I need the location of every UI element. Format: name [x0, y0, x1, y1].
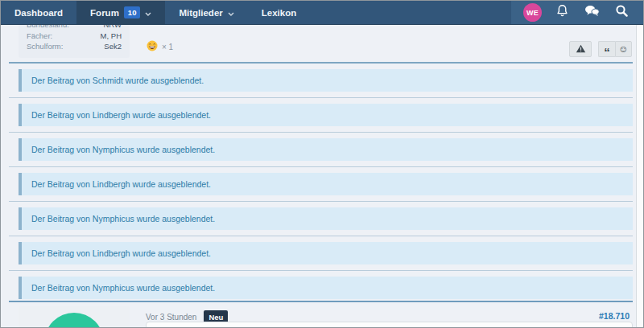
notifications-button[interactable] [547, 1, 577, 25]
post-separator [9, 62, 633, 64]
hidden-post-notice[interactable]: Der Beitrag von Nymphicus wurde ausgeble… [19, 207, 633, 230]
search-icon [615, 4, 629, 21]
hidden-post-text: Der Beitrag von Nymphicus wurde ausgeble… [31, 283, 215, 293]
profile-label: Fächer: [27, 31, 52, 42]
hidden-post-text: Der Beitrag von Lindbergh wurde ausgeble… [31, 179, 211, 189]
smiley-icon: ☺ [618, 43, 628, 55]
nav-item-label: Forum [90, 8, 119, 18]
forum-count-badge: 10 [124, 6, 141, 18]
search-button[interactable] [607, 1, 637, 25]
nav-item-dashboard[interactable]: Dashboard [1, 1, 76, 24]
reaction-count: × 1 [162, 43, 173, 51]
hidden-post-text: Der Beitrag von Nymphicus wurde ausgeble… [31, 214, 215, 223]
post-actions: “ ☺ [569, 41, 632, 57]
reaction-summary[interactable]: × 1 [147, 40, 173, 53]
user-avatar-green[interactable] [44, 313, 104, 327]
react-button[interactable]: ☺ [615, 41, 632, 57]
post-divider [9, 236, 633, 236]
post-separator [9, 301, 633, 302]
next-post-sidebar [19, 306, 130, 327]
post-divider [9, 270, 633, 271]
nav-item-label: Dashboard [14, 8, 63, 18]
nav-item-label: Lexikon [262, 8, 296, 18]
user-avatar[interactable]: WE [523, 3, 542, 22]
post-divider [9, 201, 633, 202]
hidden-post-notice[interactable]: Der Beitrag von Lindbergh wurde ausgeble… [19, 104, 633, 126]
profile-value: Sek2 [104, 41, 122, 52]
profile-row-schulform: Schulform: Sek2 [27, 41, 122, 52]
thread-content: Bundesland: NRW Fächer: M, PH Schulform:… [1, 25, 636, 327]
post-divider [9, 132, 633, 133]
next-post-message-box [146, 322, 633, 327]
post-number-link[interactable]: #18.710 [599, 311, 630, 321]
bell-icon [555, 4, 569, 21]
profile-value: M, PH [101, 31, 122, 42]
hidden-post-text: Der Beitrag von Lindbergh wurde ausgeble… [31, 110, 211, 120]
hidden-post-text: Der Beitrag von Nymphicus wurde ausgeble… [31, 145, 215, 154]
nav-item-mitglieder[interactable]: Mitglieder [165, 1, 247, 24]
chat-icon [584, 5, 600, 20]
profile-label: Schulform: [27, 41, 63, 52]
hidden-post-notice[interactable]: Der Beitrag von Lindbergh wurde ausgeble… [19, 242, 633, 264]
hidden-post-notice[interactable]: Der Beitrag von Lindbergh wurde ausgeble… [19, 173, 633, 195]
post-divider [9, 166, 633, 167]
author-profile-box: Bundesland: NRW Fächer: M, PH Schulform:… [19, 25, 130, 58]
nav-item-label: Mitglieder [179, 8, 222, 18]
hidden-post-text: Der Beitrag von Schmidt wurde ausgeblend… [31, 76, 204, 85]
profile-row-faecher: Fächer: M, PH [27, 31, 122, 42]
nav-item-lexikon[interactable]: Lexikon [248, 1, 310, 24]
hidden-post-notice[interactable]: Der Beitrag von Nymphicus wurde ausgeble… [19, 138, 633, 161]
hidden-post-notice[interactable]: Der Beitrag von Nymphicus wurde ausgeble… [19, 277, 633, 299]
quote-icon: “ [604, 43, 610, 55]
chevron-down-icon [145, 8, 151, 18]
scrollbar[interactable] [636, 25, 643, 327]
forum-page: Dashboard Forum 10 Mitglieder Lexikon WE [0, 0, 644, 328]
warning-triangle-icon [576, 42, 586, 56]
quote-button[interactable]: “ [598, 41, 615, 57]
post-divider [9, 97, 633, 98]
nav-item-forum[interactable]: Forum 10 [76, 1, 165, 24]
hidden-posts-list: Der Beitrag von Schmidt wurde ausgeblend… [9, 69, 633, 299]
top-navbar: Dashboard Forum 10 Mitglieder Lexikon WE [1, 1, 643, 25]
hidden-post-text: Der Beitrag von Lindbergh wurde ausgeble… [31, 248, 211, 258]
post-timestamp[interactable]: Vor 3 Stunden [146, 313, 196, 322]
hidden-post-notice[interactable]: Der Beitrag von Schmidt wurde ausgeblend… [19, 69, 633, 92]
nav-user-area: WE [511, 1, 643, 24]
nav-menu: Dashboard Forum 10 Mitglieder Lexikon [1, 1, 310, 24]
chevron-down-icon [228, 8, 234, 18]
quote-react-button-group: “ ☺ [598, 41, 632, 57]
report-button[interactable] [569, 41, 592, 57]
conversations-button[interactable] [577, 1, 607, 25]
grin-emoji-icon [147, 40, 158, 53]
